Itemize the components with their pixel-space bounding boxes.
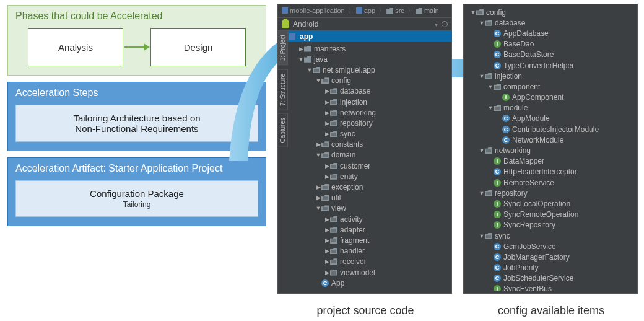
tree-row[interactable]: viewmodel xyxy=(281,267,451,278)
expand-toggle[interactable] xyxy=(479,147,485,154)
class-icon xyxy=(494,30,501,37)
package-icon xyxy=(313,67,320,73)
expand-toggle[interactable] xyxy=(324,216,330,222)
tree-row[interactable]: DataMapper xyxy=(466,156,637,167)
tree-row[interactable]: net.smiguel.app xyxy=(281,64,451,75)
tree-row[interactable]: adapter xyxy=(281,224,451,235)
expand-toggle[interactable] xyxy=(479,190,485,196)
tree-row[interactable]: RemoteService xyxy=(466,177,637,188)
expand-toggle[interactable] xyxy=(315,184,321,190)
expand-toggle[interactable] xyxy=(487,105,494,111)
tree-row[interactable]: AppDatabase xyxy=(466,28,637,38)
tree-row[interactable]: NetworkModule xyxy=(466,134,637,145)
expand-toggle[interactable] xyxy=(324,99,330,105)
tree-row[interactable]: injection xyxy=(281,97,451,107)
tree-row[interactable]: TypeConverterHelper xyxy=(466,60,637,71)
breadcrumb-bar[interactable]: mobile-application 〉app 〉src 〉main xyxy=(278,4,451,18)
tree-label: handler xyxy=(340,247,365,255)
package-icon xyxy=(330,270,337,276)
expand-toggle[interactable] xyxy=(324,163,330,169)
expand-toggle[interactable] xyxy=(324,88,330,94)
expand-toggle[interactable] xyxy=(324,237,330,244)
expand-toggle[interactable] xyxy=(479,233,485,239)
tree-row[interactable]: App xyxy=(281,278,451,288)
app-node-selected[interactable]: app xyxy=(278,31,451,42)
tree-row[interactable]: sync xyxy=(466,231,637,241)
tree-row[interactable]: java xyxy=(281,54,451,64)
tree-row[interactable]: manifests xyxy=(281,43,451,54)
tree-row[interactable]: view xyxy=(281,203,451,214)
expand-toggle[interactable] xyxy=(324,258,330,265)
tree-label: sync xyxy=(340,130,355,138)
expand-toggle[interactable] xyxy=(307,67,313,73)
tree-row[interactable]: HttpHeaderInterceptor xyxy=(466,167,637,177)
expand-toggle[interactable] xyxy=(298,46,304,52)
tree-row[interactable]: database xyxy=(281,86,451,97)
tree-row[interactable]: BaseDataStore xyxy=(466,50,637,60)
chevron-down-icon[interactable]: ▾ xyxy=(435,21,438,28)
tree-row[interactable]: fragment xyxy=(281,235,451,245)
tree-row[interactable]: AppModule xyxy=(466,113,637,124)
tree-row[interactable]: domain xyxy=(281,150,451,160)
tree-label: App xyxy=(331,279,344,288)
tree-row[interactable]: config xyxy=(281,76,451,86)
tree-row[interactable]: SyncLocalOperation xyxy=(466,198,637,209)
bc-src[interactable]: src xyxy=(395,7,404,14)
tree-row[interactable]: repository xyxy=(466,188,637,198)
package-icon xyxy=(330,99,337,105)
tree-row[interactable]: JobManagerFactory xyxy=(466,252,637,262)
bc-main[interactable]: main xyxy=(424,7,439,14)
tree-row[interactable]: customer xyxy=(281,160,451,171)
tree-row[interactable]: GcmJobService xyxy=(466,241,637,252)
expand-toggle[interactable] xyxy=(470,9,476,15)
expand-toggle[interactable] xyxy=(487,84,494,90)
tree-row[interactable]: ContributesInjectorModule xyxy=(466,124,637,134)
config-tree[interactable]: configdatabaseAppDatabaseBaseDaoBaseData… xyxy=(464,4,637,291)
expand-toggle[interactable] xyxy=(324,174,330,180)
tree-row[interactable]: networking xyxy=(466,145,637,156)
project-tree[interactable]: manifestsjavanet.smiguel.appconfigdataba… xyxy=(278,42,451,294)
tree-row[interactable]: handler xyxy=(281,246,451,257)
expand-toggle[interactable] xyxy=(324,248,330,254)
tree-row[interactable]: JobSchedulerService xyxy=(466,273,637,284)
tree-row[interactable]: sync xyxy=(281,129,451,139)
tree-row[interactable]: JobPriority xyxy=(466,263,637,273)
tree-row[interactable]: SyncEventBus xyxy=(466,284,637,291)
tree-row[interactable]: receiver xyxy=(281,257,451,267)
tree-label: injection xyxy=(495,72,522,81)
tree-row[interactable]: BaseDao xyxy=(466,39,637,50)
tree-row[interactable]: exception xyxy=(281,182,451,192)
expand-toggle[interactable] xyxy=(324,110,330,116)
expand-toggle[interactable] xyxy=(479,20,485,26)
tree-row[interactable]: SyncRemoteOperation xyxy=(466,209,637,220)
expand-toggle[interactable] xyxy=(324,270,330,276)
tree-row[interactable]: injection xyxy=(466,71,637,81)
expand-toggle[interactable] xyxy=(315,205,321,211)
view-selector-bar[interactable]: Android ▾ xyxy=(278,18,451,31)
gear-icon[interactable] xyxy=(442,21,448,27)
tree-row[interactable]: module xyxy=(466,103,637,113)
expand-toggle[interactable] xyxy=(298,56,304,63)
tree-row[interactable]: AppComponent xyxy=(466,92,637,103)
expand-toggle[interactable] xyxy=(315,195,321,201)
bc-app-root[interactable]: mobile-application xyxy=(290,7,345,14)
expand-toggle[interactable] xyxy=(315,77,321,84)
expand-toggle[interactable] xyxy=(324,120,330,126)
tree-row[interactable]: database xyxy=(466,17,637,28)
tree-row[interactable]: repository xyxy=(281,118,451,128)
tree-row[interactable]: util xyxy=(281,193,451,203)
tree-row[interactable]: component xyxy=(466,81,637,92)
expand-toggle[interactable] xyxy=(324,227,330,233)
artifact-sub: Tailoring xyxy=(26,200,248,209)
tree-row[interactable]: networking xyxy=(281,107,451,118)
tree-row[interactable]: entity xyxy=(281,171,451,182)
expand-toggle[interactable] xyxy=(479,73,485,79)
expand-toggle[interactable] xyxy=(315,141,321,147)
tree-row[interactable]: activity xyxy=(281,214,451,224)
tree-row[interactable]: config xyxy=(466,7,637,17)
tree-row[interactable]: constants xyxy=(281,139,451,150)
expand-toggle[interactable] xyxy=(324,131,330,137)
tree-row[interactable]: SyncRepository xyxy=(466,220,637,231)
expand-toggle[interactable] xyxy=(315,152,321,158)
bc-app[interactable]: app xyxy=(364,7,375,14)
